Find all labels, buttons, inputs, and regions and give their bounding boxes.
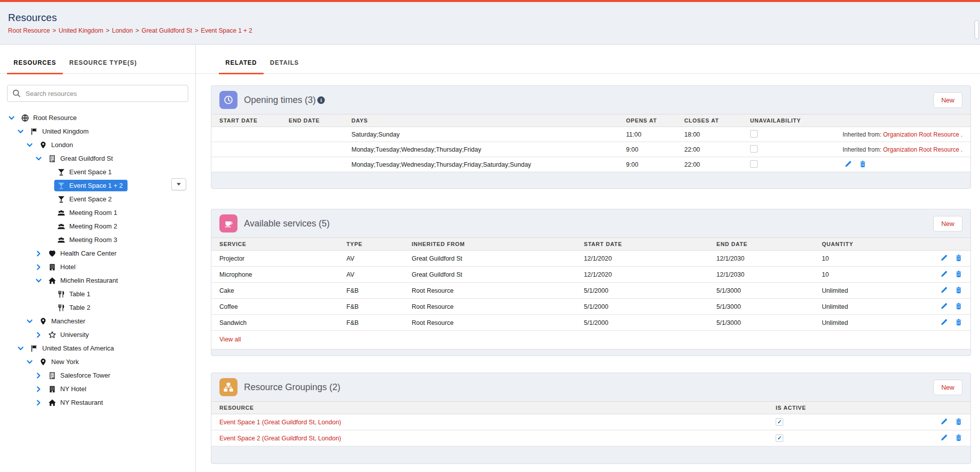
table-row: Event Space 2 (Great Guildford St, Londo… (211, 430, 970, 446)
heart-icon (48, 249, 57, 258)
unavailability-checkbox[interactable] (750, 160, 758, 168)
tree-item-root-resource[interactable]: Root Resource (0, 111, 195, 125)
tree-item-table-1[interactable]: Table 1 (0, 287, 195, 301)
tree-item-meeting-room-3[interactable]: Meeting Room 3 (0, 233, 195, 247)
type-value: AV (338, 267, 404, 283)
breadcrumb-link[interactable]: Root Resource (8, 27, 50, 34)
delete-icon[interactable] (955, 318, 962, 326)
breadcrumb-link[interactable]: Event Space 1 + 2 (201, 27, 253, 34)
view-all-link[interactable]: View all (219, 336, 241, 343)
tree-item-michelin-restaurant[interactable]: Michelin Restaurant (0, 274, 195, 287)
is-active-checkbox[interactable] (776, 418, 783, 426)
table-row: MicrophoneAVGreat Guildford St12/1/20201… (211, 267, 970, 283)
tree-item-event-space-1[interactable]: Event Space 1 (0, 165, 195, 179)
tree-item-event-space-2[interactable]: Event Space 2 (0, 192, 195, 206)
days-value: Saturday;Sunday (343, 127, 618, 142)
tree-item-salesforce-tower[interactable]: Salesforce Tower (0, 369, 195, 382)
inherited-from-link[interactable]: Organization Root Resource . (883, 131, 962, 138)
breadcrumb-link[interactable]: London (112, 27, 133, 34)
chevron-down-icon[interactable] (26, 358, 34, 366)
edit-icon[interactable] (940, 270, 948, 278)
delete-icon[interactable] (859, 160, 867, 168)
tab-details[interactable]: DETAILS (264, 59, 305, 73)
tree-item-ny-hotel[interactable]: NY Hotel (0, 382, 195, 396)
page-header: Resources Root Resource>United Kingdom>L… (0, 2, 980, 45)
quantity-value: Unlimited (814, 283, 926, 299)
chevron-down-icon[interactable] (8, 114, 16, 122)
unavailability-checkbox[interactable] (750, 145, 758, 153)
tree-item-meeting-room-2[interactable]: Meeting Room 2 (0, 219, 195, 233)
chevron-down-icon[interactable] (35, 155, 43, 163)
tree-item-event-space-1-2[interactable]: Event Space 1 + 2 (0, 179, 195, 192)
delete-icon[interactable] (955, 286, 962, 294)
edit-icon[interactable] (940, 302, 948, 310)
edit-icon[interactable] (844, 160, 852, 168)
unavailability-checkbox[interactable] (750, 130, 758, 138)
search-icon (12, 89, 21, 98)
delete-icon[interactable] (955, 434, 962, 441)
delete-icon[interactable] (955, 270, 962, 278)
tree-item-university[interactable]: University (0, 328, 195, 341)
chevron-right-icon[interactable] (35, 385, 43, 393)
breadcrumb-link[interactable]: Great Guildford St (142, 27, 192, 34)
chevron-right-icon[interactable] (35, 263, 43, 271)
tab-resources[interactable]: RESOURCES (7, 59, 63, 73)
breadcrumb-link[interactable]: United Kingdom (59, 27, 103, 34)
col-start-date: START DATE (576, 238, 708, 251)
opening-times-panel: Opening times (3) i New START DATE END D… (211, 85, 971, 189)
tree-item-manchester[interactable]: Manchester (0, 314, 195, 328)
chevron-down-icon[interactable] (35, 277, 43, 285)
edit-icon[interactable] (940, 318, 948, 326)
tree-item-great-guildford-st[interactable]: Great Guildford St (0, 152, 195, 165)
chevron-right-icon[interactable] (35, 250, 43, 258)
tree-item-table-2[interactable]: Table 2 (0, 301, 195, 314)
opening-times-title: Opening times (3) (244, 95, 316, 105)
resource-grouping-link[interactable]: Event Space 2 (Great Guildford St, Londo… (219, 435, 341, 442)
selected-tree-item[interactable]: Event Space 1 + 2 (54, 180, 128, 191)
chevron-right-icon[interactable] (35, 372, 43, 380)
inherited-from-link[interactable]: Organization Root Resource . (883, 146, 962, 153)
chevron-down-icon[interactable] (17, 344, 25, 352)
is-active-checkbox[interactable] (776, 434, 783, 442)
tree-item-new-york[interactable]: New York (0, 355, 195, 369)
opening-times-new-button[interactable]: New (933, 92, 962, 108)
tree-item-label: Meeting Room 1 (69, 209, 117, 216)
tree-item-health-care-center[interactable]: Health Care Center (0, 247, 195, 260)
available-services-header: Available services (5) New (211, 209, 970, 238)
tree-item-meeting-room-1[interactable]: Meeting Room 1 (0, 206, 195, 219)
info-icon[interactable]: i (317, 96, 325, 104)
tree-item-label: Root Resource (33, 114, 77, 122)
available-services-new-button[interactable]: New (933, 216, 962, 231)
chevron-right-icon[interactable] (35, 399, 43, 407)
start-date-value: 12/1/2020 (576, 251, 708, 267)
tree-item-label: Michelin Restaurant (60, 277, 118, 284)
chevron-down-icon[interactable] (26, 141, 34, 149)
delete-icon[interactable] (955, 302, 962, 310)
edit-icon[interactable] (940, 286, 948, 294)
col-inherited-from: INHERITED FROM (404, 238, 576, 251)
tree-item-london[interactable]: London (0, 138, 195, 152)
resource-grouping-link[interactable]: Event Space 1 (Great Guildford St, Londo… (219, 419, 341, 426)
chevron-down-icon[interactable] (17, 128, 25, 136)
tree-item-hotel[interactable]: Hotel (0, 260, 195, 274)
delete-icon[interactable] (955, 418, 962, 425)
search-input[interactable] (7, 85, 188, 102)
tab-resource-types[interactable]: RESOURCE TYPE(S) (63, 59, 144, 73)
tree-item-ny-restaurant[interactable]: NY Restaurant (0, 396, 195, 409)
flag-icon (30, 127, 39, 136)
edit-icon[interactable] (940, 254, 948, 262)
chevron-down-icon[interactable] (26, 317, 34, 325)
edit-icon[interactable] (940, 418, 948, 425)
tree-item-united-kingdom[interactable]: United Kingdom (0, 125, 195, 138)
tree-item-united-states-of-america[interactable]: United States of America (0, 341, 195, 355)
chevron-right-icon[interactable] (35, 331, 43, 339)
delete-icon[interactable] (955, 254, 962, 262)
resource-groupings-new-button[interactable]: New (933, 380, 962, 395)
col-actions (830, 114, 970, 127)
col-opens-at: OPENS AT (618, 114, 676, 127)
edit-icon[interactable] (940, 434, 948, 441)
vertical-scrollbar[interactable] (974, 20, 979, 39)
tab-related[interactable]: RELATED (219, 59, 264, 73)
row-menu-button[interactable] (171, 178, 186, 190)
building-filled-icon (48, 385, 57, 393)
